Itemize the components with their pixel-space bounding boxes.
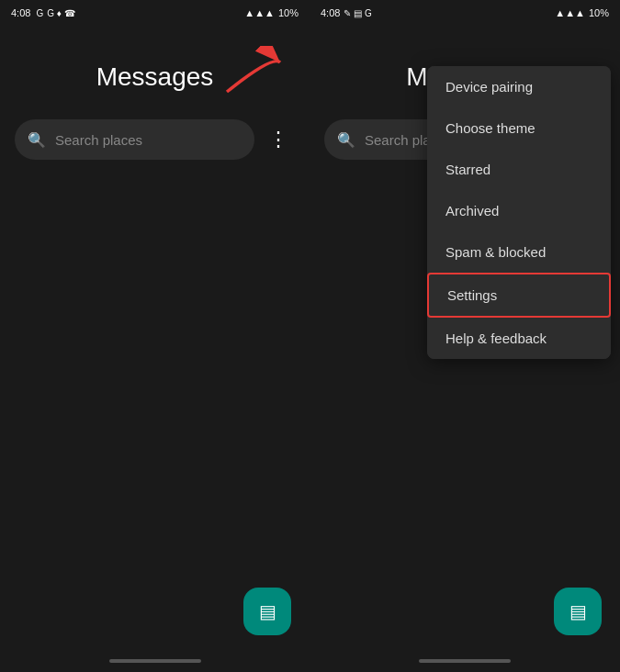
right-status-right: ▲▲▲ 10% [555,7,609,18]
left-search-row: 🔍 Search places ⋮ [0,119,310,160]
menu-item-settings-label: Settings [447,287,497,303]
menu-item-starred-label: Starred [445,162,490,177]
right-compose-icon: ▤ [569,600,587,622]
left-more-button[interactable]: ⋮ [262,123,295,156]
left-icons: G ♦ ☎ [47,8,74,18]
right-wifi: ▲▲▲ [555,7,585,18]
menu-item-archived-label: Archived [445,203,499,218]
context-menu: Device pairing Choose theme Starred Arch… [427,66,611,359]
menu-item-choose-theme-label: Choose theme [445,120,535,136]
left-compose-fab[interactable]: ▤ [243,588,291,635]
menu-item-help-feedback-label: Help & feedback [445,330,547,346]
right-time: 4:08 [321,7,340,18]
menu-item-spam-blocked-label: Spam & blocked [445,244,546,260]
right-compose-fab[interactable]: ▤ [554,588,602,635]
right-status-left: 4:08 ✎ ▤ G [321,7,372,18]
left-nav-bar [109,659,201,663]
menu-item-settings[interactable]: Settings [427,273,611,318]
right-battery: 10% [589,7,609,18]
left-network: G [36,8,43,18]
menu-item-choose-theme[interactable]: Choose theme [427,107,611,149]
left-battery: 10% [278,7,299,18]
left-status-bar: 4:08 G G ♦ ☎ ▲▲▲ 10% [0,0,310,26]
right-status-bar: 4:08 ✎ ▤ G ▲▲▲ 10% [310,0,620,26]
left-wifi: ▲▲▲ [244,7,275,18]
menu-item-help-feedback[interactable]: Help & feedback [427,318,611,359]
left-status-right: ▲▲▲ 10% [244,7,299,18]
left-status-left: 4:08 G G ♦ ☎ [11,7,75,18]
left-compose-icon: ▤ [259,600,276,622]
menu-item-device-pairing-label: Device pairing [445,79,533,95]
left-more-icon: ⋮ [268,128,288,151]
left-search-placeholder: Search places [55,132,142,148]
right-search-icon: 🔍 [337,131,355,149]
menu-item-spam-blocked[interactable]: Spam & blocked [427,231,611,273]
left-time: 4:08 [11,7,30,18]
menu-item-archived[interactable]: Archived [427,190,611,231]
left-search-bar[interactable]: 🔍 Search places [15,119,254,160]
left-search-icon: 🔍 [28,131,46,149]
right-status-icons: ✎ ▤ G [344,8,371,18]
left-phone-screen: 4:08 G G ♦ ☎ ▲▲▲ 10% Messages 🔍 Search p… [0,0,310,672]
menu-item-device-pairing[interactable]: Device pairing [427,66,611,107]
menu-item-starred[interactable]: Starred [427,149,611,190]
red-arrow-indicator [218,46,291,101]
right-phone-screen: 4:08 ✎ ▤ G ▲▲▲ 10% Messages 🔍 Search pla… [310,0,620,672]
right-nav-bar [419,659,511,663]
